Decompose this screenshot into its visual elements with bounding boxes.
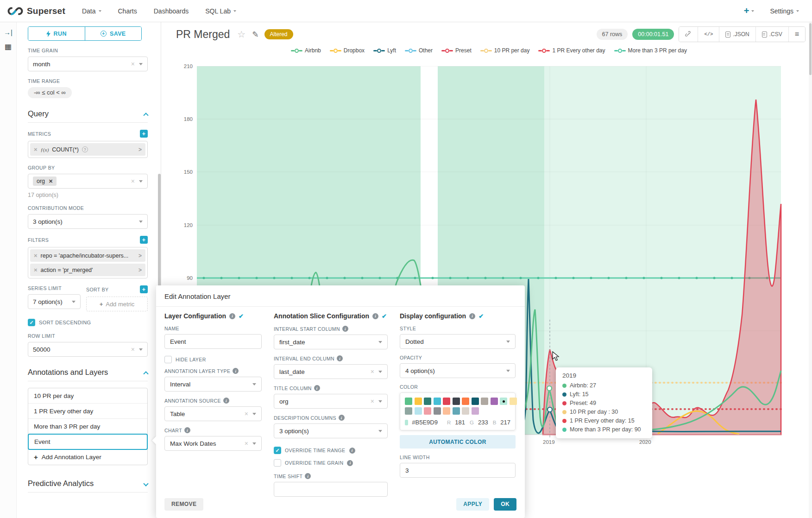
clear-icon[interactable]: × — [131, 177, 135, 185]
group-by-chip[interactable]: org✕ — [33, 177, 57, 186]
color-swatch[interactable] — [510, 398, 517, 405]
hide-layer-checkbox[interactable]: HIDE LAYER — [164, 356, 262, 363]
group-by-select[interactable]: org✕ × — [28, 174, 148, 189]
annotation-layer-item[interactable]: 1 PR Every other day — [28, 404, 147, 419]
checkbox-unchecked-icon[interactable] — [274, 459, 281, 467]
contribution-mode-select[interactable]: 3 option(s) — [28, 214, 148, 229]
legend-item[interactable]: Lyft — [373, 47, 396, 54]
filter-chip[interactable]: × action = 'pr_merged' > — [30, 264, 145, 276]
edit-properties-icon[interactable]: ✎ — [252, 30, 258, 39]
annotation-layer-type-select[interactable]: Interval — [164, 377, 262, 392]
remove-icon[interactable]: × — [34, 146, 38, 153]
row-limit-select[interactable]: 50000 × — [28, 342, 148, 357]
annotation-layer-item[interactable]: Event — [28, 434, 148, 450]
new-item-button[interactable]: + — [744, 6, 755, 16]
opacity-select[interactable]: 4 option(s) — [400, 363, 516, 378]
color-swatch[interactable] — [415, 407, 422, 415]
g-value[interactable]: 233 — [478, 419, 488, 426]
style-select[interactable]: Dotted — [400, 334, 516, 349]
info-icon[interactable]: i — [469, 313, 475, 319]
annotation-source-select[interactable]: Table × — [164, 406, 262, 421]
chart-menu-button[interactable]: ≡ — [789, 27, 805, 42]
override-time-grain-checkbox[interactable]: OVERRIDE TIME GRAIN i — [274, 459, 388, 467]
annotation-layer-item[interactable]: More than 3 PR per day — [28, 419, 147, 434]
query-section-header[interactable]: Query — [28, 109, 148, 118]
export-csv-button[interactable]: .CSV — [756, 27, 789, 42]
color-swatch[interactable] — [424, 407, 431, 415]
superset-logo[interactable]: Superset — [7, 6, 65, 16]
color-swatch[interactable] — [424, 398, 431, 405]
info-icon[interactable]: i — [337, 355, 343, 361]
color-swatch[interactable] — [481, 398, 488, 405]
expand-caret-icon[interactable]: > — [138, 146, 142, 153]
color-swatch[interactable] — [434, 407, 441, 415]
add-annotation-layer-button[interactable]: + Add Annotation Layer — [28, 449, 147, 465]
chart-select[interactable]: Max Work Dates × — [164, 436, 262, 451]
info-icon[interactable]: i — [314, 385, 320, 391]
checkbox-checked-icon[interactable] — [28, 319, 35, 326]
favorite-star-icon[interactable]: ☆ — [237, 29, 245, 40]
name-input[interactable]: Event — [164, 334, 262, 349]
clear-icon[interactable]: × — [245, 410, 248, 417]
clear-icon[interactable]: × — [245, 440, 248, 447]
info-icon[interactable]: i — [372, 313, 378, 319]
color-swatch[interactable] — [405, 398, 412, 405]
nav-item-dashboards[interactable]: Dashboards — [154, 7, 189, 15]
color-swatch[interactable] — [443, 407, 450, 415]
sort-descending-checkbox[interactable]: SORT DESCENDING — [28, 319, 148, 326]
predictive-section-header[interactable]: Predictive Analytics — [28, 479, 148, 488]
interval-end-select[interactable]: last_date × — [274, 364, 388, 379]
time-grain-select[interactable]: month × — [28, 57, 148, 71]
remove-icon[interactable]: ✕ — [49, 178, 53, 184]
annotations-section-header[interactable]: Annotations and Layers — [28, 368, 148, 377]
clear-icon[interactable]: × — [371, 368, 374, 375]
info-icon[interactable]: i — [305, 473, 311, 479]
info-icon[interactable]: i — [184, 427, 190, 433]
color-swatch[interactable] — [472, 398, 479, 405]
window-scrollbar[interactable] — [809, 22, 812, 518]
color-swatch[interactable] — [443, 398, 450, 405]
series-limit-select[interactable]: 7 option(s) — [28, 294, 81, 309]
add-sort-metric-button[interactable]: + — [140, 285, 148, 293]
info-icon[interactable]: i — [229, 313, 235, 319]
remove-icon[interactable]: × — [34, 266, 38, 273]
r-value[interactable]: 181 — [455, 419, 465, 426]
share-link-button[interactable] — [679, 27, 698, 42]
legend-item[interactable]: Dropbox — [330, 47, 365, 54]
line-width-input[interactable]: 3 — [400, 463, 516, 478]
hex-value[interactable]: #B5E9D9 — [412, 419, 438, 426]
title-column-select[interactable]: org × — [274, 394, 388, 409]
color-swatch[interactable] — [434, 398, 441, 405]
legend-item[interactable]: 10 PR per day — [480, 47, 530, 54]
nav-item-charts[interactable]: Charts — [118, 7, 137, 15]
clear-icon[interactable]: × — [371, 398, 374, 405]
expand-caret-icon[interactable]: > — [138, 253, 142, 259]
clear-icon[interactable]: × — [131, 346, 135, 353]
color-swatch[interactable] — [405, 407, 412, 415]
info-icon[interactable]: i — [233, 368, 239, 374]
clear-icon[interactable]: × — [131, 60, 135, 68]
info-icon[interactable]: i — [339, 415, 345, 421]
color-swatch[interactable] — [453, 398, 460, 405]
color-swatch[interactable] — [453, 407, 460, 415]
annotation-layer-item[interactable]: 10 PR per day — [28, 388, 147, 404]
legend-item[interactable]: Airbnb — [291, 47, 321, 54]
automatic-color-button[interactable]: AUTOMATIC COLOR — [400, 435, 516, 449]
checkbox-checked-icon[interactable] — [274, 447, 281, 454]
collapse-panel-icon[interactable]: →| — [4, 29, 13, 36]
info-icon[interactable]: i — [223, 398, 229, 404]
metric-chip[interactable]: × ƒ(x) COUNT(*) ? > — [30, 143, 145, 156]
remove-button[interactable]: REMOVE — [164, 498, 203, 511]
color-swatch[interactable] — [415, 398, 422, 405]
info-icon[interactable]: i — [349, 448, 355, 454]
color-swatch[interactable] — [462, 398, 469, 405]
add-filter-button[interactable]: + — [140, 236, 148, 244]
filter-chip[interactable]: × repo = 'apache/incubator-supers... > — [30, 249, 145, 262]
color-swatch[interactable] — [462, 407, 469, 415]
interval-start-select[interactable]: first_date — [274, 335, 388, 349]
nav-item-data[interactable]: Data — [82, 7, 101, 15]
description-columns-select[interactable]: 3 option(s) — [274, 423, 388, 438]
add-metric-button[interactable]: + — [140, 130, 148, 138]
embed-code-button[interactable]: </> — [698, 27, 719, 42]
expand-caret-icon[interactable]: > — [138, 267, 142, 273]
